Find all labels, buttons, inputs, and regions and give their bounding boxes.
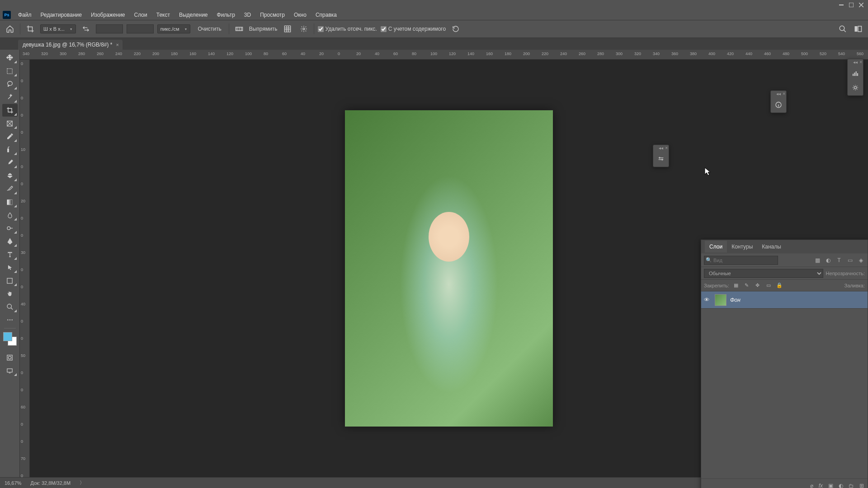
document-tab[interactable]: девушка 16.jpg @ 16,7% (RGB/8#) * × [18,40,123,50]
filter-pixel-icon[interactable]: ▦ [813,256,821,264]
histogram-icon[interactable] [849,67,861,79]
menu-help[interactable]: Справка [311,10,341,19]
adjustments-icon[interactable] [849,82,861,94]
mini-panel-brush[interactable]: ◂◂× [653,145,669,167]
color-swatches[interactable] [3,332,17,346]
visibility-toggle-icon[interactable]: 👁 [704,296,711,303]
link-layers-icon[interactable]: ⌀ [810,483,813,488]
group-layers-icon[interactable]: 🗀 [849,483,854,488]
filter-type-icon[interactable]: T [835,256,843,264]
search-icon[interactable] [836,23,849,35]
reset-icon[interactable] [449,23,462,35]
zoom-tool[interactable] [2,300,18,313]
adjustment-layer-icon[interactable]: ◐ [839,483,843,488]
type-tool[interactable] [2,248,18,261]
lock-artboard-icon[interactable]: ▭ [764,282,773,290]
lock-all-icon[interactable]: 🔒 [775,282,783,290]
zoom-level[interactable]: 16,67% [5,480,21,486]
lock-position-icon[interactable]: ✥ [754,282,762,290]
gradient-tool[interactable] [2,196,18,208]
tab-paths[interactable]: Контуры [727,241,757,253]
layer-filter-input[interactable] [704,256,778,265]
info-icon[interactable] [773,99,784,111]
lock-transparency-icon[interactable]: ▦ [732,282,740,290]
layer-mask-icon[interactable]: ▣ [828,483,833,488]
foreground-color[interactable] [3,332,12,341]
collapse-icon[interactable]: ◂◂ [776,92,781,96]
menu-select[interactable]: Выделение [175,10,212,19]
menu-image[interactable]: Изображение [86,10,130,19]
crop-tool[interactable] [2,104,18,117]
overlay-grid-icon[interactable] [281,23,294,35]
filter-adjustment-icon[interactable]: ◐ [824,256,832,264]
path-selection-tool[interactable] [2,261,18,274]
healing-brush-tool[interactable] [2,143,18,156]
status-arrow-icon[interactable]: 〉 [80,479,85,486]
straighten-icon[interactable] [233,23,245,35]
filter-shape-icon[interactable]: ▭ [846,256,854,264]
hand-tool[interactable] [2,287,18,300]
close-tab-icon[interactable]: × [116,42,119,47]
close-button[interactable] [856,1,866,9]
magic-wand-tool[interactable] [2,91,18,103]
mini-panel-info[interactable]: ◂◂× [770,90,787,113]
menu-edit[interactable]: Редактирование [36,10,86,19]
maximize-button[interactable] [846,1,856,9]
filter-smart-icon[interactable]: ◈ [857,256,865,264]
home-icon[interactable] [4,23,16,35]
minimize-button[interactable] [836,1,846,9]
menu-3d[interactable]: 3D [240,10,255,19]
delete-cropped-checkbox[interactable]: Удалить отсеч. пикс. [318,26,377,32]
crop-tool-icon[interactable] [24,23,37,35]
marquee-tool[interactable] [2,65,18,77]
lasso-tool[interactable] [2,78,18,90]
edit-toolbar-button[interactable] [2,314,18,326]
eyedropper-tool[interactable] [2,130,18,143]
tab-channels[interactable]: Каналы [757,241,786,253]
menu-text[interactable]: Текст [152,10,175,19]
new-layer-icon[interactable]: ⊞ [859,483,864,488]
layer-thumbnail[interactable] [715,294,726,306]
crop-preset-select[interactable]: Ш x В x... [40,24,76,33]
clone-stamp-tool[interactable] [2,169,18,182]
blend-mode-select[interactable]: Обычные [704,269,823,278]
clear-button[interactable]: Очистить [194,24,225,33]
menu-view[interactable]: Просмотр [255,10,289,19]
layer-row[interactable]: 👁 Фон [701,291,868,309]
height-input[interactable] [127,24,154,33]
ruler-horizontal[interactable]: 3403203002802602402202001801601401201008… [20,50,868,60]
frame-tool[interactable] [2,117,18,130]
settings-gear-icon[interactable] [297,23,310,35]
collapse-icon[interactable]: ◂◂ [659,146,663,150]
unit-select[interactable]: пикс./см [157,24,191,33]
menu-layer[interactable]: Слои [130,10,152,19]
width-input[interactable] [96,24,123,33]
content-aware-checkbox[interactable]: С учетом содержимого [381,26,446,32]
history-brush-tool[interactable] [2,183,18,195]
screen-mode-toggle[interactable] [2,364,18,377]
dodge-tool[interactable] [2,222,18,235]
straighten-label[interactable]: Выпрямить [249,26,278,32]
close-icon[interactable]: × [665,146,668,150]
swap-dimensions-icon[interactable] [80,23,92,35]
layer-name[interactable]: Фон [730,297,741,303]
close-icon[interactable]: × [783,92,785,96]
move-tool[interactable] [2,52,18,64]
document-image[interactable] [345,110,553,427]
blur-tool[interactable] [2,209,18,221]
menu-filter[interactable]: Фильтр [212,10,240,19]
mini-panel-adjustments[interactable]: ◂◂× [847,59,863,96]
pen-tool[interactable] [2,235,18,248]
layers-panel[interactable]: Слои Контуры Каналы 🔍 ▦ ◐ T ▭ ◈ Обычные [701,239,868,488]
document-size[interactable]: Док: 32,8M/32,8M [30,480,71,486]
lock-pixels-icon[interactable]: ✎ [743,282,751,290]
tab-layers[interactable]: Слои [705,241,727,253]
close-icon[interactable]: × [859,60,862,65]
quick-mask-toggle[interactable] [2,351,18,364]
layer-fx-icon[interactable]: fx [819,483,823,488]
collapse-icon[interactable]: ◂◂ [853,60,858,65]
rectangle-tool[interactable] [2,274,18,287]
menu-file[interactable]: Файл [14,10,36,19]
workspace-icon[interactable] [852,23,864,35]
brush-settings-icon[interactable] [655,153,667,165]
